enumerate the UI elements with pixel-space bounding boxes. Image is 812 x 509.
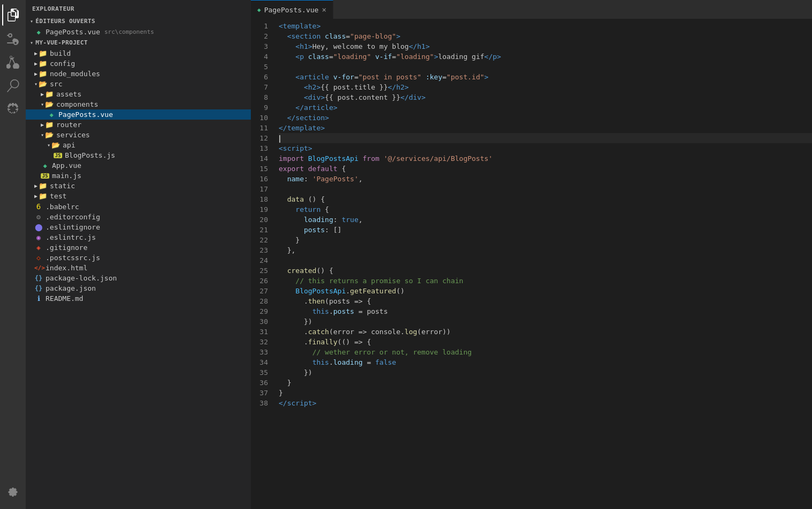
folder-icon-assets: 📁: [45, 90, 54, 98]
file-label-appvue: App.vue: [52, 161, 81, 169]
code-line-11: </template>: [279, 123, 812, 133]
code-line-17: [279, 184, 812, 194]
vue-icon-appvue: ◆: [41, 162, 49, 169]
file-pagepostsvue[interactable]: ◆ PagePosts.vue: [26, 109, 251, 120]
folder-icon-api: 📂: [51, 141, 60, 149]
folder-label-node-modules: node_modules: [50, 70, 100, 78]
files-icon[interactable]: [2, 4, 24, 26]
folder-label-test: test: [50, 192, 66, 200]
settings-icon[interactable]: [2, 481, 24, 503]
folder-test[interactable]: ▶ 📁 test: [26, 191, 251, 201]
folder-arrow-assets: ▶: [41, 91, 44, 97]
folder-label-static: static: [50, 182, 75, 190]
js-icon-blogpostsjs: JS: [54, 153, 62, 158]
file-gitignore[interactable]: ◈ .gitignore: [26, 242, 251, 253]
code-line-9: </article>: [279, 102, 812, 113]
file-babelrc[interactable]: 6 .babelrc: [26, 201, 251, 212]
code-editor[interactable]: 12345 678910 1112131415 1617181920 21222…: [251, 19, 812, 509]
code-line-26: // this returns a promise so I can chain: [279, 276, 812, 286]
file-editorconfig[interactable]: ⚙ .editorconfig: [26, 212, 251, 222]
file-eslintignore[interactable]: ⬤ .eslintignore: [26, 222, 251, 232]
folder-icon-node-modules: 📁: [39, 70, 47, 78]
gear-icon-editorconfig: ⚙: [34, 213, 43, 221]
folder-services[interactable]: ▾ 📂 services: [26, 130, 251, 140]
folder-arrow-src: ▾: [34, 81, 38, 87]
folder-config[interactable]: ▶ 📁 config: [26, 58, 251, 69]
folder-arrow-api: ▾: [47, 142, 50, 148]
file-eslintrcjs[interactable]: ◉ .eslintrc.js: [26, 232, 251, 242]
folder-label-src: src: [50, 80, 62, 88]
git-icon: ◈: [34, 244, 43, 252]
file-blogpostsjs[interactable]: JS BlogPosts.js: [26, 150, 251, 160]
file-label-gitignore: .gitignore: [46, 244, 87, 252]
file-label-packagelockjson: package-lock.json: [46, 274, 117, 282]
sidebar: EXPLORATEUR ▾ ÉDITEURS OUVERTS ◆ PagePos…: [26, 0, 251, 509]
open-file-path: src\components: [105, 28, 154, 35]
file-readmemd[interactable]: ℹ README.md: [26, 293, 251, 304]
file-appvue[interactable]: ◆ App.vue: [26, 160, 251, 171]
code-line-23: },: [279, 245, 812, 255]
file-label-mainjs: main.js: [52, 172, 81, 180]
project-arrow: ▾: [30, 40, 33, 46]
open-file-pagepostsvue[interactable]: ◆ PagePosts.vue src\components: [26, 27, 251, 37]
file-label-eslintignore: .eslintignore: [46, 223, 100, 231]
vue-file-icon: ◆: [34, 28, 43, 36]
folder-arrow-test: ▶: [34, 193, 38, 199]
folder-icon-router: 📁: [45, 121, 54, 129]
code-line-5: [279, 62, 812, 72]
code-line-29: this.posts = posts: [279, 306, 812, 316]
code-line-8: <div>{{ post.content }}</div>: [279, 92, 812, 102]
file-label-pagepostsvue: PagePosts.vue: [58, 110, 113, 119]
folder-icon-test: 📁: [39, 192, 47, 200]
file-packagejson[interactable]: {} package.json: [26, 283, 251, 293]
code-line-25: created() {: [279, 265, 812, 276]
open-editors-section[interactable]: ▾ ÉDITEURS OUVERTS: [26, 16, 251, 27]
folder-router[interactable]: ▶ 📁 router: [26, 120, 251, 130]
tab-close-button[interactable]: ×: [322, 6, 326, 13]
code-line-7: <h2>{{ post.title }}</h2>: [279, 82, 812, 92]
folder-label-assets: assets: [56, 90, 81, 98]
editor-area: ◆ PagePosts.vue × 12345 678910 111213141…: [251, 0, 812, 509]
line-numbers: 12345 678910 1112131415 1617181920 21222…: [251, 21, 277, 507]
code-line-37: }: [279, 388, 812, 398]
file-packagelockjson[interactable]: {} package-lock.json: [26, 273, 251, 283]
project-section[interactable]: ▾ MY-VUE-PROJECT: [26, 37, 251, 48]
code-line-31: .catch(error => console.log(error)): [279, 327, 812, 337]
file-postcssrcjs[interactable]: ◇ .postcssrc.js: [26, 253, 251, 263]
folder-label-components: components: [56, 100, 98, 108]
code-line-19: return {: [279, 204, 812, 215]
code-line-18: data () {: [279, 194, 812, 204]
folder-build[interactable]: ▶ 📁 build: [26, 48, 251, 58]
extensions-icon[interactable]: [2, 51, 24, 73]
code-line-38: </script>: [279, 398, 812, 408]
project-label: MY-VUE-PROJECT: [35, 39, 87, 46]
file-mainjs[interactable]: JS main.js: [26, 171, 251, 181]
folder-src[interactable]: ▾ 📂 src: [26, 79, 251, 89]
folder-assets[interactable]: ▶ 📁 assets: [26, 89, 251, 99]
tab-pagepostsvue[interactable]: ◆ PagePosts.vue ×: [251, 0, 333, 19]
file-indexhtml[interactable]: </> index.html: [26, 263, 251, 273]
code-line-10: </section>: [279, 113, 812, 123]
debug-icon[interactable]: [2, 99, 24, 120]
folder-arrow-services: ▾: [41, 132, 44, 138]
folder-node-modules[interactable]: ▶ 📁 node_modules: [26, 69, 251, 79]
code-line-20: loading: true,: [279, 215, 812, 225]
code-line-15: export default {: [279, 164, 812, 174]
code-line-22: }: [279, 235, 812, 245]
code-line-16: name: 'PagePosts',: [279, 174, 812, 184]
json-icon-lock: {}: [34, 275, 43, 282]
source-control-icon[interactable]: [2, 28, 24, 49]
code-line-1: <template>: [279, 21, 812, 31]
search-icon[interactable]: [2, 75, 24, 97]
folder-static[interactable]: ▶ 📁 static: [26, 181, 251, 191]
code-line-3: <h1>Hey, welcome to my blog</h1>: [279, 41, 812, 51]
open-file-name: PagePosts.vue: [46, 28, 100, 36]
folder-label-services: services: [56, 131, 90, 139]
folder-icon-services: 📂: [45, 131, 54, 139]
folder-components[interactable]: ▾ 📂 components: [26, 99, 251, 109]
folder-icon-src: 📂: [39, 80, 47, 88]
folder-arrow-build: ▶: [34, 50, 38, 56]
folder-api[interactable]: ▾ 📂 api: [26, 140, 251, 150]
folder-icon-components: 📂: [45, 100, 54, 108]
folder-arrow-node-modules: ▶: [34, 71, 38, 77]
